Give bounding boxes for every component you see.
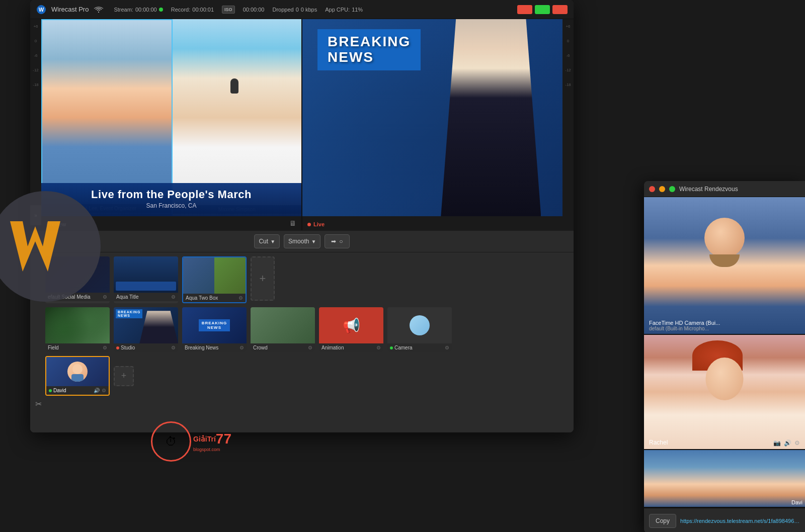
studio-breaking-box: BREAKING NEWS xyxy=(116,309,142,318)
participant3-bg: Davi xyxy=(644,450,805,507)
shot-thumb-studio: BREAKING NEWS xyxy=(114,307,178,343)
audio-icon: 🔊 xyxy=(94,388,100,393)
participant2-video-icon[interactable]: 📷 xyxy=(773,439,781,447)
add-layer-button[interactable]: + xyxy=(114,366,134,386)
ruler-mark-6: +6 xyxy=(33,24,38,29)
shot-item-crowd[interactable]: Crowd ⚙ xyxy=(251,307,315,352)
participant3-name: Davi xyxy=(791,499,802,505)
iso-stat: 00:00:00 xyxy=(243,7,265,13)
shot-gear-camera[interactable]: ⚙ xyxy=(445,345,449,350)
shot-label-field: Field ⚙ xyxy=(45,343,110,352)
giaitri-inner: ⏱ GiảiTrí 77 blogspot.com xyxy=(151,421,231,462)
rdv-btn-yellow[interactable] xyxy=(659,186,665,192)
shot-gear-animation[interactable]: ⚙ xyxy=(376,345,381,350)
shot-gear-aqua-title[interactable]: ⚙ xyxy=(171,294,176,300)
shot-item-animation[interactable]: 📢 Animation ⚙ xyxy=(319,307,383,352)
copy-button[interactable]: Copy xyxy=(649,514,676,528)
wc-btn-green[interactable] xyxy=(535,5,550,14)
shot-list-area: efault Social Media ⚙ Aqua Title ⚙ xyxy=(30,252,574,432)
ruler-right-marks: +6 0 -6 -12 -18 xyxy=(562,19,574,87)
ruler-mark-6n: -6 xyxy=(34,53,37,58)
shot-item-aqua-title[interactable]: Aqua Title ⚙ xyxy=(114,256,178,303)
smooth-label: Smooth xyxy=(288,238,309,245)
layer-row: David 🔊 ⚙ + xyxy=(45,356,570,396)
crowd-overlay xyxy=(251,307,315,343)
anchor-silhouette xyxy=(441,19,541,216)
shot-name-aqua-title: Aqua Title xyxy=(116,294,138,300)
breaking-thumb-text-2: NEWS xyxy=(202,325,227,330)
shot-label-breaking: Breaking News ⚙ xyxy=(182,343,247,352)
social-bars xyxy=(73,261,82,288)
shot-gear-breaking[interactable]: ⚙ xyxy=(239,345,244,350)
shot-thumb-camera xyxy=(387,307,452,343)
shot-label-aqua-title: Aqua Title ⚙ xyxy=(114,293,178,301)
shot-gear-crowd[interactable]: ⚙ xyxy=(308,345,312,350)
shot-name-animation: Animation xyxy=(321,345,344,350)
shot-gear-social[interactable]: ⚙ xyxy=(103,294,107,300)
go-button[interactable]: ➡ ○ xyxy=(325,234,349,248)
wc-btn-red[interactable] xyxy=(517,5,532,14)
layer-face-david xyxy=(67,362,88,382)
svg-text:W: W xyxy=(39,7,44,13)
shot-gear-field[interactable]: ⚙ xyxy=(103,345,107,350)
participant2-face xyxy=(706,358,744,400)
preview-live-area: +6 0 -6 -12 -18 » Davi Lee, Event Organi… xyxy=(30,19,574,230)
svg-point-2 xyxy=(72,364,83,374)
rdv-title-bar: Wirecast Rendezvous xyxy=(644,181,805,197)
stream-stat: Stream: 00:00:00 xyxy=(114,7,163,13)
layer-gear-icon[interactable]: ⚙ xyxy=(102,388,106,393)
shot-thumb-aqua-title xyxy=(114,256,178,293)
anchor-figure xyxy=(420,19,562,216)
giaitri-text-group: GiảiTrí 77 blogspot.com xyxy=(193,431,231,452)
shot-item-aqua-two-box[interactable]: Aqua Two Box ⚙ xyxy=(182,256,247,303)
shot-thumb-breaking: BREAKING NEWS xyxy=(182,307,247,343)
two-box-right xyxy=(214,257,246,294)
shot-name-crowd: Crowd xyxy=(253,345,268,350)
rdv-content: FaceTime HD Camera (Bui... default (Buil… xyxy=(644,197,805,532)
shot-item-social-media[interactable]: efault Social Media ⚙ xyxy=(45,256,110,303)
layer-item-david[interactable]: David 🔊 ⚙ xyxy=(45,356,110,396)
shot-thumb-social xyxy=(45,256,110,293)
smooth-chevron-icon: ▼ xyxy=(311,239,316,244)
shot-label-animation: Animation ⚙ xyxy=(319,343,383,352)
shot-item-breaking-news[interactable]: BREAKING NEWS Breaking News ⚙ xyxy=(182,307,247,352)
preview-label: Preview xyxy=(46,221,66,227)
shot-thumb-field xyxy=(45,307,110,343)
studio-breaking-text-2: NEWS xyxy=(118,314,140,317)
shot-thumb-two-box xyxy=(183,257,246,294)
participant2-gear-icon[interactable]: ⚙ xyxy=(794,439,800,447)
shot-item-camera[interactable]: Camera ⚙ xyxy=(387,307,452,352)
rdv-btn-red[interactable] xyxy=(649,186,655,192)
rdv-url-text: https://rendezvous.telestream.net/s/1fa8… xyxy=(680,518,800,524)
rdv-participant-3: Davi xyxy=(644,450,805,508)
wc-btn-red2[interactable] xyxy=(552,5,568,14)
record-stat: Record: 00:00:01 xyxy=(171,7,214,13)
two-box-left xyxy=(183,257,214,294)
shot-label-camera: Camera ⚙ xyxy=(387,343,452,352)
wirecast-window: W Wirecast Pro Stream: 00:00:00 Record: … xyxy=(30,0,574,432)
shot-item-studio[interactable]: BREAKING NEWS Studio ⚙ xyxy=(114,307,178,352)
rdv-participant-1: FaceTime HD Camera (Bui... default (Buil… xyxy=(644,197,805,335)
cut-selector[interactable]: Cut ▼ xyxy=(254,234,280,248)
transition-bar: Cut ▼ Smooth ▼ ➡ ○ xyxy=(30,230,574,252)
shot-gear-aqua-two-box[interactable]: ⚙ xyxy=(238,295,243,301)
smooth-selector[interactable]: Smooth ▼ xyxy=(284,234,320,248)
monitor-icon: 🖥 xyxy=(289,219,296,227)
rdv-btn-green[interactable] xyxy=(669,186,675,192)
add-shot-button-row1[interactable]: + xyxy=(251,256,275,301)
breaking-thumb-box: BREAKING NEWS xyxy=(199,319,230,331)
studio-anchor xyxy=(139,311,178,343)
shot-item-field[interactable]: Field ⚙ xyxy=(45,307,110,352)
shot-gear-studio[interactable]: ⚙ xyxy=(171,345,176,350)
giaitri-brand-row: GiảiTrí 77 xyxy=(193,431,231,447)
rendezvous-window: Wirecast Rendezvous FaceTime HD Camera (… xyxy=(644,181,805,532)
scissors-icon[interactable]: ✂ xyxy=(35,399,42,409)
rdv-bottom-bar: Copy https://rendezvous.telestream.net/s… xyxy=(644,508,805,532)
shot-thumb-crowd xyxy=(251,307,315,343)
participant2-audio-icon[interactable]: 🔊 xyxy=(784,439,791,447)
live-content: BREAKING NEWS xyxy=(302,19,562,216)
iso-badge: ISO xyxy=(222,6,235,14)
camera-face xyxy=(410,315,430,335)
participant2-icons: 📷 🔊 ⚙ xyxy=(773,439,800,447)
chevron-left-button[interactable]: » xyxy=(30,205,41,225)
